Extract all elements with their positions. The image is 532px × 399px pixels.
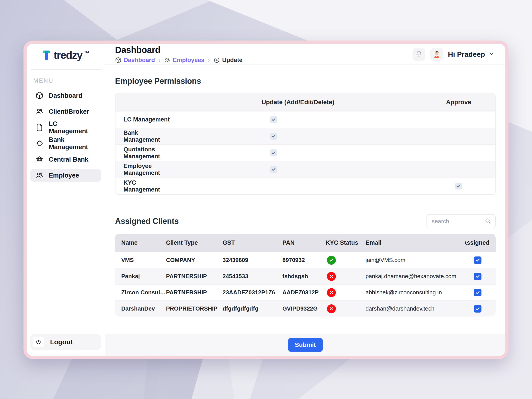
clients-col-assigned: Assigned bbox=[465, 239, 496, 246]
users-icon bbox=[164, 57, 171, 63]
client-email: abhishek@zirconconsulting.in bbox=[366, 289, 465, 296]
clients-col-email: Email bbox=[366, 239, 465, 246]
assigned-checkbox-checked[interactable] bbox=[474, 289, 481, 296]
breadcrumb-employees[interactable]: Employees bbox=[164, 57, 204, 64]
submit-button[interactable]: Submit bbox=[288, 338, 323, 352]
permission-update-cell bbox=[174, 149, 422, 156]
clients-title: Assigned Clients bbox=[115, 216, 179, 226]
client-name: DarshanDev bbox=[115, 305, 166, 312]
chevron-down-icon bbox=[488, 50, 494, 58]
permission-name: Quotations Management bbox=[115, 146, 174, 160]
client-gst: 23AADFZ0312P1Z6 bbox=[222, 289, 282, 296]
permissions-table-header: Update (Add/Edit/Delete) Approve bbox=[115, 93, 495, 111]
sidebar-item-central-bank[interactable]: Central Bank bbox=[30, 153, 101, 166]
page-title: Dashboard bbox=[115, 45, 242, 55]
breadcrumb-label: Update bbox=[222, 57, 242, 64]
assigned-checkbox-checked[interactable] bbox=[474, 305, 481, 313]
sidebar-item-label: Central Bank bbox=[49, 156, 89, 163]
client-assigned-cell bbox=[465, 289, 496, 296]
sidebar-item-label: Client/Broker bbox=[49, 108, 89, 115]
logout-label: Logout bbox=[50, 338, 73, 346]
cube-icon bbox=[115, 57, 121, 63]
clients-col-client-type: Client Type bbox=[166, 239, 222, 246]
avatar[interactable] bbox=[430, 48, 443, 61]
sidebar-item-employee[interactable]: Employee bbox=[30, 169, 101, 182]
assigned-checkbox-checked[interactable] bbox=[474, 273, 481, 280]
clients-header-bar: Assigned Clients bbox=[115, 214, 496, 228]
permissions-title: Employee Permissions bbox=[115, 76, 496, 86]
breadcrumb-label: Employees bbox=[173, 57, 204, 64]
sidebar-item-label: Bank Management bbox=[49, 136, 96, 151]
sidebar: tredzy TM MENU DashboardClient/BrokerLC … bbox=[27, 44, 105, 356]
permissions-table: Update (Add/Edit/Delete) Approve LC Mana… bbox=[115, 93, 496, 195]
user-menu[interactable]: Hi Pradeep bbox=[448, 50, 497, 58]
client-name: Pankaj bbox=[115, 273, 166, 280]
file-icon bbox=[35, 123, 44, 132]
client-kyc-cell bbox=[326, 256, 366, 265]
client-row-zircon-consulting: Zircon ConsultingPARTNERSHIP23AADFZ0312P… bbox=[115, 284, 496, 300]
breadcrumb-dashboard[interactable]: Dashboard bbox=[115, 57, 155, 64]
bank-icon bbox=[35, 155, 44, 163]
permission-name: Employee Management bbox=[115, 163, 174, 177]
permission-checkbox-checked[interactable] bbox=[270, 149, 277, 156]
plus-circle-icon bbox=[214, 57, 220, 63]
client-row-vms: VMSCOMPANY324398098970932jain@VMS.com bbox=[115, 252, 496, 268]
permissions-col-approve: Approve bbox=[422, 99, 495, 106]
brand-name: tredzy bbox=[54, 50, 82, 60]
clients-table-header: NameClient TypeGSTPANKYC StatusEmailAssi… bbox=[115, 234, 496, 252]
client-assigned-cell bbox=[465, 305, 496, 313]
assigned-checkbox-checked[interactable] bbox=[474, 256, 481, 264]
client-gst: 24543533 bbox=[222, 273, 282, 280]
client-kyc-cell bbox=[326, 272, 366, 281]
footer-bar: Submit bbox=[105, 334, 505, 356]
brand-logo: tredzy TM bbox=[27, 44, 105, 66]
kyc-rejected-icon bbox=[327, 272, 336, 281]
sidebar-item-lc-management[interactable]: LC Management bbox=[30, 121, 101, 134]
sidebar-item-dashboard[interactable]: Dashboard bbox=[30, 89, 101, 102]
breadcrumb-separator: › bbox=[208, 57, 210, 64]
notification-button[interactable] bbox=[412, 48, 425, 61]
permission-name: LC Management bbox=[115, 116, 174, 123]
permission-row-bank-management: Bank Management bbox=[115, 128, 495, 144]
sidebar-item-label: Dashboard bbox=[49, 92, 82, 99]
bell-icon bbox=[415, 50, 423, 58]
permission-name: Bank Management bbox=[115, 129, 174, 143]
permission-checkbox-checked[interactable] bbox=[270, 133, 277, 140]
client-email: darshan@darshandev.tech bbox=[366, 305, 465, 312]
clients-col-name: Name bbox=[115, 239, 166, 246]
power-icon bbox=[33, 337, 44, 347]
client-name: Zircon Consulting bbox=[115, 289, 166, 296]
top-bar: Dashboard Dashboard›Employees›Update bbox=[105, 44, 505, 64]
kyc-rejected-icon bbox=[327, 304, 336, 313]
sidebar-item-bank-management[interactable]: Bank Management bbox=[30, 137, 101, 150]
users-icon bbox=[35, 171, 44, 179]
breadcrumb-label: Dashboard bbox=[124, 57, 155, 64]
client-gst: dfgdfgdfgdfg bbox=[222, 305, 282, 312]
permission-row-quotations-management: Quotations Management bbox=[115, 144, 495, 161]
client-email: jain@VMS.com bbox=[366, 257, 465, 264]
sidebar-item-label: LC Management bbox=[49, 120, 96, 135]
client-assigned-cell bbox=[465, 256, 496, 264]
client-kyc-cell bbox=[326, 288, 366, 297]
client-kyc-cell bbox=[326, 304, 366, 313]
client-pan: AADFZ0312P bbox=[282, 289, 326, 296]
permission-update-cell bbox=[174, 133, 422, 140]
permission-checkbox-checked[interactable] bbox=[270, 116, 277, 123]
client-assigned-cell bbox=[465, 273, 496, 280]
permission-checkbox-checked[interactable] bbox=[455, 183, 462, 190]
kyc-rejected-icon bbox=[327, 288, 336, 297]
logout-button[interactable]: Logout bbox=[30, 334, 101, 350]
permissions-col-update: Update (Add/Edit/Delete) bbox=[174, 99, 422, 106]
search-input[interactable] bbox=[432, 218, 485, 225]
client-pan: 8970932 bbox=[282, 257, 326, 264]
permission-checkbox-checked[interactable] bbox=[270, 166, 277, 173]
client-type: PARTNERSHIP bbox=[166, 289, 222, 296]
piggy-bank-icon bbox=[35, 139, 44, 147]
cube-icon bbox=[35, 92, 44, 100]
client-email: pankaj.dhamane@hexanovate.com bbox=[366, 273, 465, 280]
kyc-verified-icon bbox=[327, 256, 336, 265]
sidebar-divider bbox=[31, 69, 101, 70]
client-gst: 32439809 bbox=[222, 257, 282, 264]
permission-row-lc-management: LC Management bbox=[115, 111, 495, 128]
sidebar-item-client-broker[interactable]: Client/Broker bbox=[30, 105, 101, 118]
